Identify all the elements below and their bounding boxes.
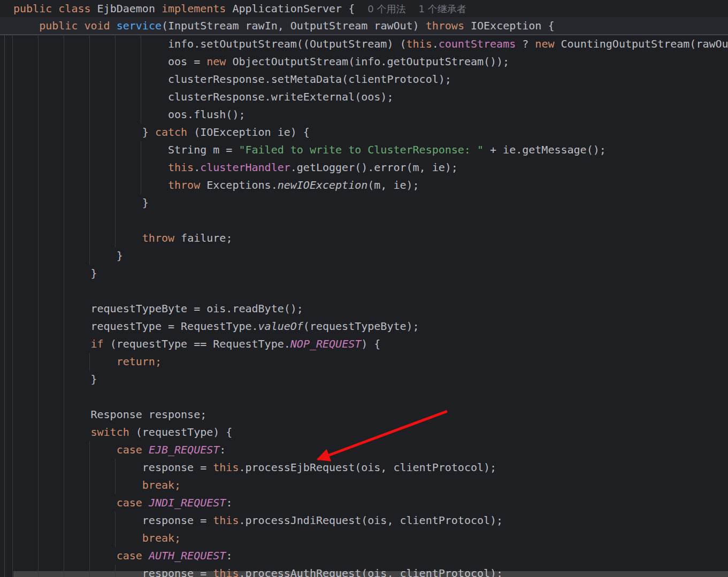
code-line[interactable]: info.setOutputStream((OutputStream) (thi… [0,35,728,53]
code-line[interactable]: case AUTH_REQUEST: [0,547,728,565]
code-line[interactable]: requestTypeByte = ois.readByte(); [0,300,728,318]
code-line[interactable]: oos.flush(); [0,106,728,124]
code-token: + ie.getMessage(); [484,143,606,156]
code-token [13,355,117,368]
code-token: switch [91,426,129,438]
code-token: : [226,549,232,562]
code-token: ObjectOutputStream(info.getOutputStream(… [226,55,509,68]
code-line[interactable]: response = this.processAuthRequest(ois, … [0,565,728,577]
code-token: catch [155,126,187,139]
code-token: : [226,496,232,509]
code-token [13,443,117,456]
code-line[interactable] [0,212,728,229]
code-token: if [91,337,104,350]
code-line[interactable]: clusterResponse.writeExternal(oos); [0,88,728,106]
usages-inlay-hint[interactable]: 0 个用法 [367,3,405,14]
code-line[interactable]: case JNDI_REQUEST: [0,494,728,512]
code-token: (requestTypeByte); [303,320,419,333]
code-line[interactable]: String m = "Failed to write to ClusterRe… [0,141,728,159]
sticky-header: public class EjbDaemon implements Applic… [0,0,728,35]
code-token [78,19,84,32]
code-token: (requestType) { [129,426,233,438]
code-line[interactable] [0,282,728,300]
code-token: requestType = RequestType. [13,320,258,333]
code-token: implements [162,2,226,15]
code-token: valueOf [258,320,303,333]
code-token: . [432,37,439,50]
code-token: this [407,37,432,50]
code-line[interactable]: return; [0,353,728,371]
code-token: EJB_REQUEST [149,443,219,456]
code-token: response = [13,567,213,577]
code-token: response = [13,461,213,474]
code-token: new [535,37,554,50]
code-token: newIOException [278,179,368,191]
code-token: new [206,55,226,68]
code-line[interactable]: throw failure; [0,229,728,247]
sticky-line-class-declaration[interactable]: public class EjbDaemon implements Applic… [0,0,728,17]
code-token: case [117,443,142,456]
code-token: IOException { [464,19,555,32]
code-token [142,496,149,509]
code-token [52,2,58,15]
code-token: clusterResponse.setMetaData(clientProtoc… [13,73,451,86]
code-token: break; [142,532,181,544]
code-token: this [213,461,239,474]
code-token [13,337,91,350]
code-token: (IOException ie) { [187,126,310,139]
code-line[interactable]: } [0,371,728,388]
code-line[interactable]: } [0,247,728,265]
code-token: } [13,126,155,139]
code-token: class [58,2,90,15]
code-token: Exceptions. [200,179,278,191]
code-line[interactable]: } catch (IOException ie) { [0,124,728,141]
code-line[interactable]: if (requestType == RequestType.NOP_REQUE… [0,335,728,353]
code-token: Response response; [13,408,206,421]
code-line[interactable]: Response response; [0,406,728,424]
code-token [13,232,142,244]
code-line[interactable]: throw Exceptions.newIOException(m, ie); [0,176,728,194]
code-line[interactable]: break; [0,476,728,494]
code-line[interactable]: } [0,265,728,282]
code-token: clusterResponse.writeExternal(oos); [13,90,393,103]
code-line[interactable]: case EJB_REQUEST: [0,441,728,459]
code-token: .processEjbRequest(ois, clientProtocol); [239,461,496,474]
code-line[interactable]: requestType = RequestType.valueOf(reques… [0,318,728,335]
code-token: service [117,19,162,32]
code-token [13,179,168,191]
code-token: public [39,19,78,32]
code-token [13,549,117,562]
usages-inlay-hint[interactable]: 1 个继承者 [419,3,466,14]
code-token: } [13,267,97,280]
code-token: oos.flush(); [13,108,245,121]
code-line[interactable]: } [0,194,728,212]
code-line[interactable]: this.clusterHandler.getLogger().error(m,… [0,159,728,176]
code-token: this [168,161,194,174]
code-area[interactable]: info.setOutputStream((OutputStream) (thi… [0,35,728,577]
code-token: "Failed to write to ClusterResponse: " [239,143,484,156]
code-line[interactable]: switch (requestType) { [0,424,728,441]
code-line[interactable]: response = this.processEjbRequest(ois, c… [0,459,728,476]
code-line[interactable]: oos = new ObjectOutputStream(info.getOut… [0,53,728,71]
code-token [13,532,142,544]
code-token: (m, ie); [367,179,419,191]
code-line[interactable] [0,388,728,406]
code-token: return; [117,355,162,368]
code-token: public [13,2,52,15]
code-token: info.setOutputStream((OutputStream) ( [13,37,407,50]
code-token: clusterHandler [200,161,290,174]
code-token: this [213,567,239,577]
code-token: countStreams [439,37,516,50]
code-token: oos = [13,55,206,68]
code-token: failure; [174,232,232,244]
code-token: JNDI_REQUEST [149,496,226,509]
code-token: .processJndiRequest(ois, clientProtocol)… [239,514,503,527]
code-token [13,161,168,174]
code-token [13,496,117,509]
code-token: case [117,496,142,509]
code-line[interactable]: response = this.processJndiRequest(ois, … [0,512,728,529]
code-token: ? [516,37,535,50]
code-line[interactable]: break; [0,529,728,547]
sticky-line-method-declaration[interactable]: public void service(InputStream rawIn, O… [0,17,728,35]
code-line[interactable]: clusterResponse.setMetaData(clientProtoc… [0,71,728,88]
